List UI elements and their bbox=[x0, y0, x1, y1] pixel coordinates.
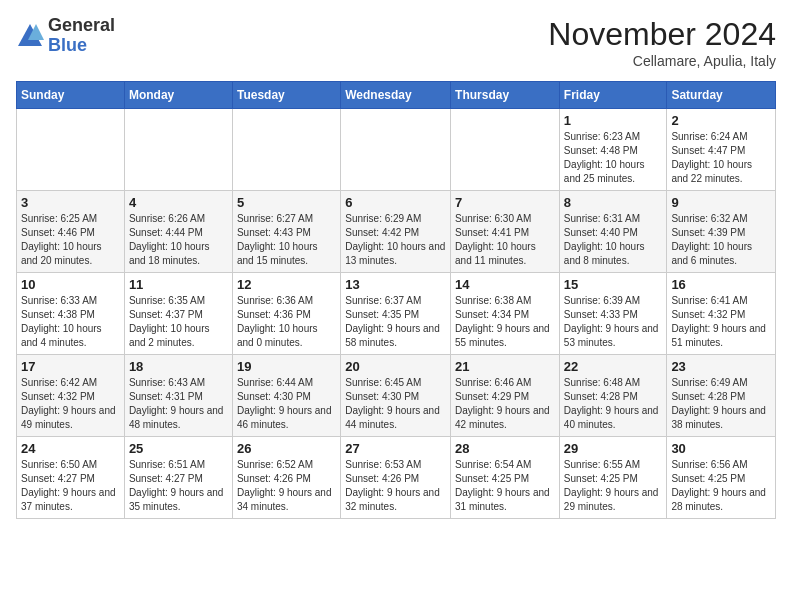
day-info: Sunrise: 6:48 AM Sunset: 4:28 PM Dayligh… bbox=[564, 376, 663, 432]
day-number: 21 bbox=[455, 359, 555, 374]
calendar-cell: 10Sunrise: 6:33 AM Sunset: 4:38 PM Dayli… bbox=[17, 273, 125, 355]
weekday-header: Saturday bbox=[667, 82, 776, 109]
calendar-week-row: 3Sunrise: 6:25 AM Sunset: 4:46 PM Daylig… bbox=[17, 191, 776, 273]
day-number: 18 bbox=[129, 359, 228, 374]
day-info: Sunrise: 6:35 AM Sunset: 4:37 PM Dayligh… bbox=[129, 294, 228, 350]
calendar-week-row: 1Sunrise: 6:23 AM Sunset: 4:48 PM Daylig… bbox=[17, 109, 776, 191]
calendar-cell: 23Sunrise: 6:49 AM Sunset: 4:28 PM Dayli… bbox=[667, 355, 776, 437]
day-number: 28 bbox=[455, 441, 555, 456]
day-info: Sunrise: 6:33 AM Sunset: 4:38 PM Dayligh… bbox=[21, 294, 120, 350]
day-info: Sunrise: 6:30 AM Sunset: 4:41 PM Dayligh… bbox=[455, 212, 555, 268]
logo-text: General Blue bbox=[48, 16, 115, 56]
day-info: Sunrise: 6:46 AM Sunset: 4:29 PM Dayligh… bbox=[455, 376, 555, 432]
page-header: General Blue November 2024 Cellamare, Ap… bbox=[16, 16, 776, 69]
day-number: 12 bbox=[237, 277, 336, 292]
calendar-cell: 9Sunrise: 6:32 AM Sunset: 4:39 PM Daylig… bbox=[667, 191, 776, 273]
calendar-cell: 7Sunrise: 6:30 AM Sunset: 4:41 PM Daylig… bbox=[451, 191, 560, 273]
calendar-cell: 12Sunrise: 6:36 AM Sunset: 4:36 PM Dayli… bbox=[232, 273, 340, 355]
logo-blue: Blue bbox=[48, 35, 87, 55]
calendar-cell bbox=[451, 109, 560, 191]
calendar-cell: 13Sunrise: 6:37 AM Sunset: 4:35 PM Dayli… bbox=[341, 273, 451, 355]
calendar-week-row: 17Sunrise: 6:42 AM Sunset: 4:32 PM Dayli… bbox=[17, 355, 776, 437]
day-number: 2 bbox=[671, 113, 771, 128]
day-info: Sunrise: 6:38 AM Sunset: 4:34 PM Dayligh… bbox=[455, 294, 555, 350]
calendar-table: SundayMondayTuesdayWednesdayThursdayFrid… bbox=[16, 81, 776, 519]
day-info: Sunrise: 6:56 AM Sunset: 4:25 PM Dayligh… bbox=[671, 458, 771, 514]
weekday-header-row: SundayMondayTuesdayWednesdayThursdayFrid… bbox=[17, 82, 776, 109]
calendar-cell: 11Sunrise: 6:35 AM Sunset: 4:37 PM Dayli… bbox=[124, 273, 232, 355]
day-info: Sunrise: 6:55 AM Sunset: 4:25 PM Dayligh… bbox=[564, 458, 663, 514]
day-number: 13 bbox=[345, 277, 446, 292]
calendar-cell: 2Sunrise: 6:24 AM Sunset: 4:47 PM Daylig… bbox=[667, 109, 776, 191]
day-info: Sunrise: 6:32 AM Sunset: 4:39 PM Dayligh… bbox=[671, 212, 771, 268]
calendar-cell: 5Sunrise: 6:27 AM Sunset: 4:43 PM Daylig… bbox=[232, 191, 340, 273]
day-number: 6 bbox=[345, 195, 446, 210]
day-number: 5 bbox=[237, 195, 336, 210]
calendar-cell: 3Sunrise: 6:25 AM Sunset: 4:46 PM Daylig… bbox=[17, 191, 125, 273]
day-info: Sunrise: 6:39 AM Sunset: 4:33 PM Dayligh… bbox=[564, 294, 663, 350]
day-info: Sunrise: 6:36 AM Sunset: 4:36 PM Dayligh… bbox=[237, 294, 336, 350]
day-info: Sunrise: 6:50 AM Sunset: 4:27 PM Dayligh… bbox=[21, 458, 120, 514]
day-number: 7 bbox=[455, 195, 555, 210]
day-number: 25 bbox=[129, 441, 228, 456]
calendar-cell: 16Sunrise: 6:41 AM Sunset: 4:32 PM Dayli… bbox=[667, 273, 776, 355]
calendar-cell bbox=[341, 109, 451, 191]
day-number: 30 bbox=[671, 441, 771, 456]
month-title: November 2024 bbox=[548, 16, 776, 53]
day-number: 20 bbox=[345, 359, 446, 374]
calendar-cell: 15Sunrise: 6:39 AM Sunset: 4:33 PM Dayli… bbox=[559, 273, 667, 355]
logo-icon bbox=[16, 22, 44, 50]
day-info: Sunrise: 6:31 AM Sunset: 4:40 PM Dayligh… bbox=[564, 212, 663, 268]
calendar-cell: 20Sunrise: 6:45 AM Sunset: 4:30 PM Dayli… bbox=[341, 355, 451, 437]
day-info: Sunrise: 6:49 AM Sunset: 4:28 PM Dayligh… bbox=[671, 376, 771, 432]
day-info: Sunrise: 6:24 AM Sunset: 4:47 PM Dayligh… bbox=[671, 130, 771, 186]
calendar-cell: 19Sunrise: 6:44 AM Sunset: 4:30 PM Dayli… bbox=[232, 355, 340, 437]
calendar-cell bbox=[124, 109, 232, 191]
day-info: Sunrise: 6:51 AM Sunset: 4:27 PM Dayligh… bbox=[129, 458, 228, 514]
weekday-header: Wednesday bbox=[341, 82, 451, 109]
calendar-cell: 25Sunrise: 6:51 AM Sunset: 4:27 PM Dayli… bbox=[124, 437, 232, 519]
day-info: Sunrise: 6:43 AM Sunset: 4:31 PM Dayligh… bbox=[129, 376, 228, 432]
day-info: Sunrise: 6:42 AM Sunset: 4:32 PM Dayligh… bbox=[21, 376, 120, 432]
weekday-header: Sunday bbox=[17, 82, 125, 109]
day-number: 9 bbox=[671, 195, 771, 210]
calendar-cell: 1Sunrise: 6:23 AM Sunset: 4:48 PM Daylig… bbox=[559, 109, 667, 191]
day-number: 19 bbox=[237, 359, 336, 374]
calendar-cell: 30Sunrise: 6:56 AM Sunset: 4:25 PM Dayli… bbox=[667, 437, 776, 519]
calendar-cell: 24Sunrise: 6:50 AM Sunset: 4:27 PM Dayli… bbox=[17, 437, 125, 519]
day-number: 17 bbox=[21, 359, 120, 374]
day-number: 3 bbox=[21, 195, 120, 210]
day-info: Sunrise: 6:29 AM Sunset: 4:42 PM Dayligh… bbox=[345, 212, 446, 268]
day-info: Sunrise: 6:52 AM Sunset: 4:26 PM Dayligh… bbox=[237, 458, 336, 514]
day-number: 16 bbox=[671, 277, 771, 292]
day-number: 14 bbox=[455, 277, 555, 292]
location-subtitle: Cellamare, Apulia, Italy bbox=[548, 53, 776, 69]
day-number: 23 bbox=[671, 359, 771, 374]
day-number: 11 bbox=[129, 277, 228, 292]
day-number: 22 bbox=[564, 359, 663, 374]
calendar-cell bbox=[17, 109, 125, 191]
calendar-cell: 18Sunrise: 6:43 AM Sunset: 4:31 PM Dayli… bbox=[124, 355, 232, 437]
weekday-header: Monday bbox=[124, 82, 232, 109]
calendar-cell: 4Sunrise: 6:26 AM Sunset: 4:44 PM Daylig… bbox=[124, 191, 232, 273]
day-info: Sunrise: 6:37 AM Sunset: 4:35 PM Dayligh… bbox=[345, 294, 446, 350]
calendar-cell: 14Sunrise: 6:38 AM Sunset: 4:34 PM Dayli… bbox=[451, 273, 560, 355]
weekday-header: Friday bbox=[559, 82, 667, 109]
day-number: 24 bbox=[21, 441, 120, 456]
calendar-cell: 17Sunrise: 6:42 AM Sunset: 4:32 PM Dayli… bbox=[17, 355, 125, 437]
day-info: Sunrise: 6:53 AM Sunset: 4:26 PM Dayligh… bbox=[345, 458, 446, 514]
day-info: Sunrise: 6:54 AM Sunset: 4:25 PM Dayligh… bbox=[455, 458, 555, 514]
day-number: 8 bbox=[564, 195, 663, 210]
day-info: Sunrise: 6:26 AM Sunset: 4:44 PM Dayligh… bbox=[129, 212, 228, 268]
weekday-header: Thursday bbox=[451, 82, 560, 109]
weekday-header: Tuesday bbox=[232, 82, 340, 109]
calendar-cell: 26Sunrise: 6:52 AM Sunset: 4:26 PM Dayli… bbox=[232, 437, 340, 519]
logo-general: General bbox=[48, 15, 115, 35]
day-info: Sunrise: 6:23 AM Sunset: 4:48 PM Dayligh… bbox=[564, 130, 663, 186]
calendar-cell: 8Sunrise: 6:31 AM Sunset: 4:40 PM Daylig… bbox=[559, 191, 667, 273]
logo: General Blue bbox=[16, 16, 115, 56]
day-number: 15 bbox=[564, 277, 663, 292]
calendar-cell bbox=[232, 109, 340, 191]
calendar-cell: 22Sunrise: 6:48 AM Sunset: 4:28 PM Dayli… bbox=[559, 355, 667, 437]
calendar-cell: 28Sunrise: 6:54 AM Sunset: 4:25 PM Dayli… bbox=[451, 437, 560, 519]
